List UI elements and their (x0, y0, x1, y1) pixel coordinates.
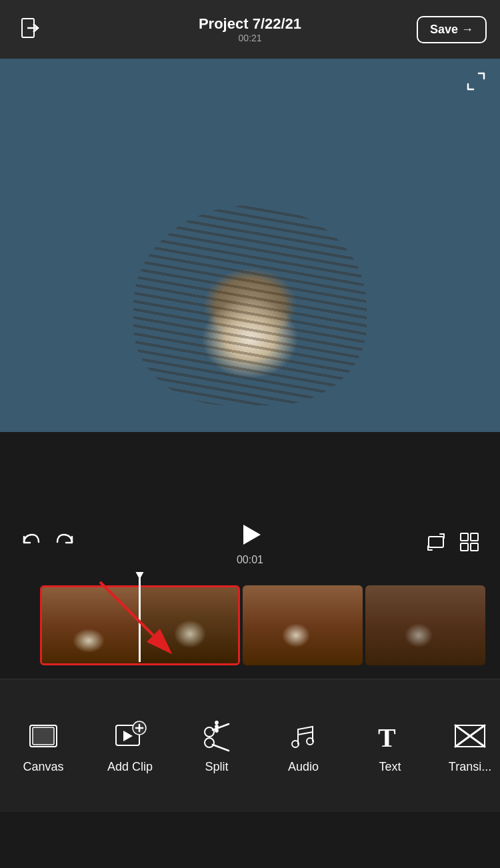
clip-thumbnail-1 (42, 587, 140, 663)
spacer (0, 432, 500, 512)
timeline-area[interactable] (0, 572, 500, 679)
grid-button[interactable] (459, 531, 480, 553)
svg-rect-7 (471, 543, 478, 551)
canvas-label: Canvas (23, 760, 63, 774)
tool-audio[interactable]: Audio (260, 679, 347, 812)
svg-rect-4 (461, 533, 468, 541)
svg-point-23 (215, 729, 218, 732)
video-preview (0, 59, 500, 432)
split-label: Split (205, 760, 228, 774)
svg-rect-3 (429, 537, 443, 547)
audio-label: Audio (288, 760, 319, 774)
text-icon: T (371, 717, 409, 755)
transition-icon (451, 717, 489, 755)
svg-point-17 (205, 727, 214, 737)
fullscreen-button[interactable] (463, 69, 489, 96)
tool-add-clip[interactable]: Add Clip (87, 679, 173, 812)
redo-button[interactable] (55, 531, 76, 553)
tool-text[interactable]: T Text (347, 679, 433, 812)
playhead (139, 575, 141, 662)
undo-redo-controls (20, 531, 76, 553)
svg-text:T: T (378, 723, 396, 753)
back-button[interactable] (13, 13, 47, 46)
play-controls-center: 00:01 (233, 518, 267, 566)
bottom-toolbar: Canvas Add Clip (0, 679, 500, 812)
playback-time: 00:01 (237, 554, 263, 566)
fullscreen-icon (465, 71, 487, 95)
canvas-icon (25, 717, 62, 755)
project-title: Project 7/22/21 (199, 15, 301, 33)
transition-label: Transi... (449, 760, 491, 774)
fit-button[interactable] (425, 531, 447, 553)
svg-point-21 (215, 721, 218, 724)
svg-point-22 (215, 725, 218, 728)
playback-bar: 00:01 (0, 512, 500, 572)
svg-line-20 (213, 745, 229, 751)
svg-rect-6 (461, 543, 468, 551)
back-icon (18, 16, 42, 43)
svg-line-26 (298, 732, 313, 735)
top-bar: Project 7/22/21 00:21 Save → (0, 0, 500, 59)
svg-rect-11 (33, 727, 54, 745)
tool-transition[interactable]: Transi... (433, 679, 500, 812)
tool-canvas[interactable]: Canvas (0, 679, 87, 812)
tool-split[interactable]: Split (173, 679, 260, 812)
clip-extra-2[interactable] (365, 585, 485, 665)
text-label: Text (379, 760, 401, 774)
split-icon (198, 717, 235, 755)
svg-marker-13 (123, 731, 133, 741)
view-controls (425, 531, 480, 553)
svg-marker-2 (243, 525, 261, 545)
clip-extra-1[interactable] (243, 585, 363, 665)
clip-thumbnail-2 (140, 587, 238, 663)
save-button[interactable]: Save → (417, 16, 487, 43)
video-preview-area (0, 59, 500, 432)
title-block: Project 7/22/21 00:21 (199, 15, 301, 43)
add-clip-label: Add Clip (107, 760, 153, 774)
project-duration: 00:21 (199, 33, 301, 43)
undo-button[interactable] (20, 531, 41, 553)
svg-rect-5 (471, 533, 478, 541)
play-button[interactable] (233, 518, 267, 551)
audio-icon (285, 717, 322, 755)
timeline-track (0, 579, 500, 672)
svg-point-18 (205, 738, 214, 747)
add-clip-icon (111, 717, 149, 755)
